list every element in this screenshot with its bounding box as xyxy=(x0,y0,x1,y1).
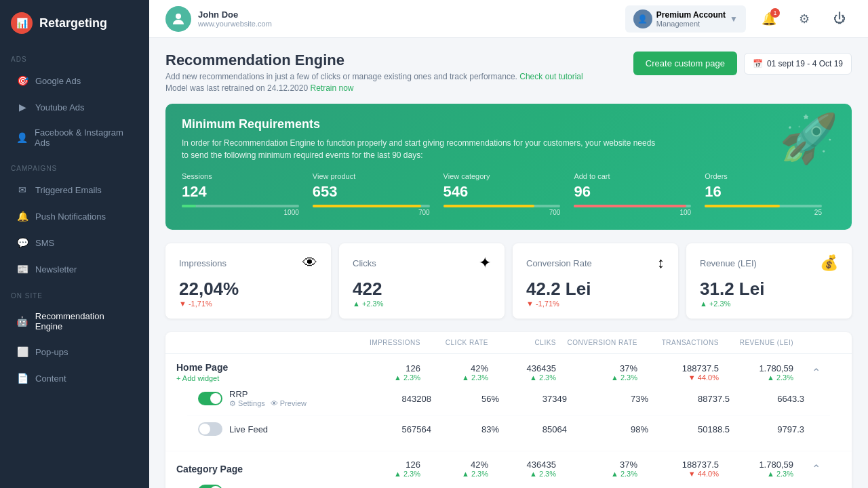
sidebar-label-newsletter: Newsletter xyxy=(35,264,77,274)
stat-change: ▼ -1,71% xyxy=(179,300,317,308)
sidebar-logo: 📊 Retargeting xyxy=(0,0,149,46)
stat-value: 31.2 Lei xyxy=(700,279,838,300)
sidebar-icon-triggered-emails: ✉ xyxy=(16,184,28,196)
power-button[interactable]: ⏻ xyxy=(827,7,852,31)
preview-link[interactable]: 👁 Preview xyxy=(271,399,307,408)
widget-row-live-feed: Live Feed 567564 83% 85064 98% 50188.5 9… xyxy=(187,415,830,443)
revenue-change: ▲ 2.3% xyxy=(719,373,793,382)
date-range-picker[interactable]: 📅 01 sept 19 - 4 Oct 19 xyxy=(744,53,852,75)
sidebar-item-newsletter[interactable]: 📰 Newsletter xyxy=(5,256,144,282)
progress-bar-wrap xyxy=(182,205,299,207)
page-row-title: Home Page xyxy=(176,362,353,373)
stat-icon-revenue: 💰 xyxy=(820,254,838,272)
conv-rate-cell: 37% ▲ 2.3% xyxy=(556,460,637,478)
add-widget-link[interactable]: + Add widget xyxy=(176,374,353,382)
col-header-4: CONVERSION RATE xyxy=(556,339,637,346)
sidebar-label-pop-ups: Pop-ups xyxy=(35,347,68,357)
retrain-link[interactable]: Retrain now xyxy=(310,83,353,93)
settings-button[interactable]: ⚙ xyxy=(792,7,816,31)
sidebar-icon-newsletter: 📰 xyxy=(16,263,28,275)
page-header: Recommendation Engine Add new recommenda… xyxy=(165,52,852,93)
sidebar-item-sms[interactable]: 💬 SMS xyxy=(5,230,144,256)
sidebar-icon-google-ads: 🎯 xyxy=(16,75,28,87)
transactions-change: ▼ 44.0% xyxy=(637,470,719,478)
sidebar-label-triggered-emails: Triggered Emails xyxy=(35,185,102,195)
cliks-cell: 436435 ▲ 2.3% xyxy=(488,363,556,382)
tutorial-link[interactable]: Check out tutorial xyxy=(519,72,583,81)
widget-row-rrp: RRP ⚙ Settings 👁 Preview 843208 56% 3734… xyxy=(187,382,830,415)
sidebar-item-youtube-ads[interactable]: ▶ Youtube Ads xyxy=(5,94,144,120)
click-rate-cell: 42% ▲ 2.3% xyxy=(420,460,488,478)
expand-button[interactable]: ⌃ xyxy=(793,462,821,475)
page-row-title-col: Category Page xyxy=(176,464,353,474)
user-info: John Doe www.yourwebsite.com xyxy=(198,9,272,28)
sidebar-label-push-notifications: Push Notifications xyxy=(35,211,106,222)
metric-label: View category xyxy=(443,172,561,180)
settings-link[interactable]: ⚙ Settings xyxy=(229,399,265,408)
premium-badge[interactable]: 👤 Premium Account Management ▼ xyxy=(625,5,746,33)
widget-conv-rate: 98% xyxy=(567,424,648,434)
conv-rate-cell: 37% ▲ 2.3% xyxy=(556,363,637,382)
user-url: www.yourwebsite.com xyxy=(198,20,272,28)
table-header-row: IMPRESSIONSCLICK RATECLIKSCONVERSION RAT… xyxy=(165,332,852,354)
sidebar-label-sms: SMS xyxy=(35,238,54,248)
page-row-category-page: Category Page 126 ▲ 2.3% 42% ▲ 2.3% 4364… xyxy=(165,451,852,488)
click-rate-cell: 42% ▲ 2.3% xyxy=(420,363,488,382)
toggle-knob xyxy=(199,424,210,434)
impressions-cell: 126 ▲ 2.3% xyxy=(353,460,420,478)
create-custom-page-button[interactable]: Create custom page xyxy=(633,52,737,75)
widget-rows: Best Sellers 843208 56% 37349 73% 88737.… xyxy=(176,478,841,488)
sidebar-item-recommendation-engine[interactable]: 🤖 Recommendation Engine xyxy=(5,304,144,338)
sidebar-label-content: Content xyxy=(35,373,66,384)
sidebar-item-google-ads[interactable]: 🎯 Google Ads xyxy=(5,68,144,94)
widget-name: RRP xyxy=(229,389,307,399)
metric-label: Orders xyxy=(705,172,822,180)
page-description: Add new recommendations in just a few of… xyxy=(165,72,583,81)
transactions-change: ▼ 44.0% xyxy=(637,373,719,382)
stat-label: Conversion Rate xyxy=(526,258,592,268)
progress-target: 1000 xyxy=(182,209,299,216)
widget-toggle-best-sellers[interactable] xyxy=(198,485,222,488)
widget-conv-rate: 73% xyxy=(567,394,648,404)
stat-card-conversion: Conversion Rate ↕ 42.2 Lei ▼ -1,71% xyxy=(513,243,678,319)
min-req-description: In order for Recommendation Engine to fu… xyxy=(182,137,656,161)
toggle-knob xyxy=(210,393,221,404)
sidebar-item-content[interactable]: 📄 Content xyxy=(5,365,144,391)
logo-icon: 📊 xyxy=(11,12,33,34)
min-req-metric-sessions: Sessions 124 1000 xyxy=(182,172,313,216)
chevron-down-icon: ▼ xyxy=(730,14,738,24)
sidebar-item-facebook-ads[interactable]: 👤 Facebook & Instagram Ads xyxy=(5,121,144,155)
section-label-ads: ADS xyxy=(0,46,149,67)
widget-toggle-live-feed[interactable] xyxy=(198,422,222,436)
calendar-icon: 📅 xyxy=(753,59,763,68)
sidebar-item-pop-ups[interactable]: ⬜ Pop-ups xyxy=(5,339,144,365)
sidebar-item-triggered-emails[interactable]: ✉ Triggered Emails xyxy=(5,177,144,203)
stat-label: Clicks xyxy=(353,258,376,268)
sidebar-icon-pop-ups: ⬜ xyxy=(16,346,28,358)
widget-toggle-rrp[interactable] xyxy=(198,392,222,405)
sidebar-item-push-notifications[interactable]: 🔔 Push Notifications xyxy=(5,203,144,229)
progress-target: 25 xyxy=(705,209,822,216)
widget-row-best-sellers: Best Sellers 843208 56% 37349 73% 88737.… xyxy=(187,478,830,488)
sidebar-label-facebook-ads: Facebook & Instagram Ads xyxy=(35,127,133,148)
stat-value: 422 xyxy=(353,279,491,300)
progress-bar-fill xyxy=(313,205,422,207)
widget-transactions: 50188.5 xyxy=(648,424,730,434)
retrain-info: Model was last retrained on 24.12.2020 R… xyxy=(165,83,583,93)
col-header-6: REVENUE (LEI) xyxy=(719,339,793,346)
conv-rate-change: ▲ 2.3% xyxy=(556,470,637,478)
expand-button[interactable]: ⌃ xyxy=(793,366,821,379)
stat-card-impressions: Impressions 👁 22,04% ▼ -1,71% xyxy=(165,243,331,319)
page-header-right: Create custom page 📅 01 sept 19 - 4 Oct … xyxy=(633,52,852,75)
cliks-change: ▲ 2.3% xyxy=(488,470,556,478)
col-header-3: CLIKS xyxy=(488,339,556,346)
progress-target: 100 xyxy=(574,209,691,216)
page-row-main: Category Page 126 ▲ 2.3% 42% ▲ 2.3% 4364… xyxy=(176,460,841,478)
cliks-change: ▲ 2.3% xyxy=(488,373,556,382)
widget-name: Live Feed xyxy=(229,424,268,434)
min-req-metric-add-to cart: Add to cart 96 100 xyxy=(574,172,705,216)
svg-point-0 xyxy=(176,14,181,19)
widget-left: Best Sellers xyxy=(187,485,363,488)
notifications-button[interactable]: 🔔 1 xyxy=(757,7,781,31)
transactions-cell: 188737.5 ▼ 44.0% xyxy=(637,363,719,382)
